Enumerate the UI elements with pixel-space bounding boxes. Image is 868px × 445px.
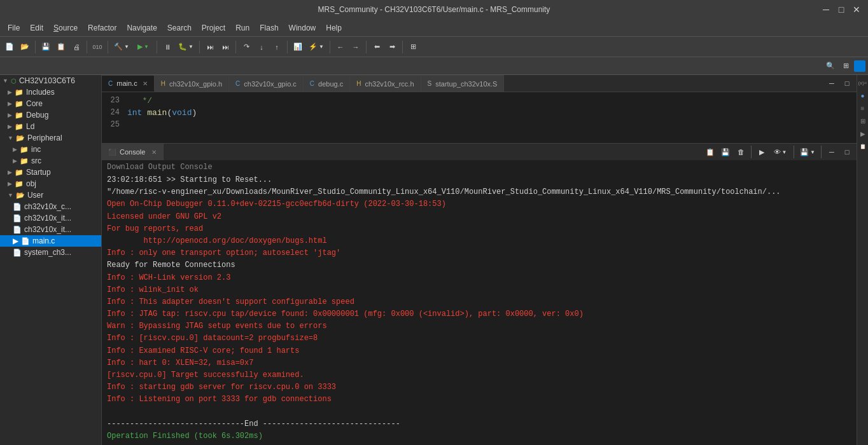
tab-debug-c-label: debug.c bbox=[318, 80, 343, 88]
console-save[interactable]: 💾 bbox=[718, 145, 732, 159]
open-button[interactable]: 📂 bbox=[18, 40, 32, 54]
main-layout: ▼ ⬡ CH32V103C6T6 ▶ 📁 Includes ▶ 📁 Core ▶… bbox=[0, 75, 868, 445]
debug-button[interactable]: 🐛▼ bbox=[176, 40, 196, 54]
print-button[interactable]: 🖨 bbox=[69, 40, 83, 54]
console-line-15: Info : Examined RISC-V core; found 1 har… bbox=[107, 345, 851, 357]
tree-item-src[interactable]: ▶ 📁 src bbox=[0, 155, 101, 167]
layout-toggle[interactable] bbox=[854, 60, 865, 72]
step-over[interactable]: ↷ bbox=[239, 40, 253, 54]
search-icon[interactable]: 🔍 bbox=[823, 59, 837, 73]
skip2-button[interactable]: ⏭ bbox=[218, 40, 232, 54]
mem-button[interactable]: 📊 bbox=[291, 40, 305, 54]
menu-search[interactable]: Search bbox=[162, 21, 197, 35]
tab-debug-c[interactable]: C debug.c bbox=[304, 75, 350, 92]
menu-edit[interactable]: Edit bbox=[25, 21, 48, 35]
menu-navigate[interactable]: Navigate bbox=[122, 21, 162, 35]
tree-item-ld[interactable]: ▶ 📁 Ld bbox=[0, 121, 101, 132]
code-editor[interactable]: 23 */ 24 int main(void) 25 bbox=[102, 92, 857, 143]
rs-btn-vars[interactable]: (x)= bbox=[858, 78, 868, 88]
console-clear[interactable]: 🗑 bbox=[734, 145, 748, 159]
toolbar2: 🔍 ⊞ bbox=[0, 57, 868, 75]
rs-btn-clipboard[interactable]: 📋 bbox=[858, 141, 868, 151]
title-bar-controls: ─ □ ✕ bbox=[821, 4, 862, 15]
tab-main-c-close[interactable]: ✕ bbox=[143, 80, 148, 87]
tree-item-system[interactable]: 📄 system_ch3... bbox=[0, 247, 101, 258]
menu-project[interactable]: Project bbox=[197, 21, 230, 35]
build-dropdown[interactable]: 🔨▼ bbox=[111, 40, 132, 54]
arrow-fwd[interactable]: ➡ bbox=[385, 40, 399, 54]
rs-btn-run2[interactable]: ▶ bbox=[858, 128, 868, 139]
close-button[interactable]: ✕ bbox=[851, 4, 862, 15]
window-title: MRS_Community - CH32V103C6T6/User/main.c… bbox=[318, 5, 550, 14]
menu-file[interactable]: File bbox=[3, 21, 25, 35]
tab-rcc-h[interactable]: H ch32v10x_rcc.h bbox=[350, 75, 421, 92]
inc-label: inc bbox=[31, 145, 41, 154]
save-button[interactable]: 💾 bbox=[39, 40, 53, 54]
fwd-button[interactable]: → bbox=[349, 40, 363, 54]
tree-item-peripheral[interactable]: ▼ 📂 Peripheral bbox=[0, 132, 101, 144]
tree-item-includes[interactable]: ▶ 📁 Includes bbox=[0, 86, 101, 98]
tree-item-main[interactable]: ▶ 📄 main.c bbox=[0, 235, 101, 247]
tree-item-ch32v10x-it2[interactable]: 📄 ch32v10x_it... bbox=[0, 224, 101, 235]
minimize-button[interactable]: ─ bbox=[821, 4, 831, 15]
pause-button[interactable]: ⏸ bbox=[160, 40, 174, 54]
console-tab-console[interactable]: ⬛ Console ✕ bbox=[102, 144, 164, 160]
tree-item-startup[interactable]: ▶ 📁 Startup bbox=[0, 167, 101, 178]
menu-run[interactable]: Run bbox=[230, 21, 255, 35]
ch32v10x-it2-label: ch32v10x_it... bbox=[24, 225, 71, 234]
menu-help[interactable]: Help bbox=[321, 21, 347, 35]
tree-item-inc[interactable]: ▶ 📁 inc bbox=[0, 144, 101, 155]
tab-gpio-h[interactable]: H ch32v10x_gpio.h bbox=[155, 75, 229, 92]
view-btn[interactable]: ⊞ bbox=[839, 59, 853, 73]
menu-flash[interactable]: Flash bbox=[255, 21, 283, 35]
console-copy[interactable]: 📋 bbox=[703, 145, 717, 159]
console-save2[interactable]: 💾▼ bbox=[797, 145, 818, 159]
step-into[interactable]: ↓ bbox=[255, 40, 269, 54]
console-line-6: http://openocd.org/doc/doxygen/bugs.html bbox=[107, 235, 851, 247]
skip-button[interactable]: ⏭ bbox=[203, 40, 217, 54]
file-icon-main: 📄 bbox=[21, 237, 30, 245]
tree-item-core[interactable]: ▶ 📁 Core bbox=[0, 98, 101, 109]
new-button[interactable]: 📄 bbox=[3, 40, 17, 54]
back-button[interactable]: ← bbox=[333, 40, 347, 54]
save-all-button[interactable]: 📋 bbox=[54, 40, 68, 54]
menu-source[interactable]: Source bbox=[48, 21, 83, 35]
toolbar: 📄 📂 💾 📋 🖨 010 🔨▼ ▶▼ ⏸ 🐛▼ ⏭ ⏭ ↷ ↓ ↑ 📊 ⚡▼ … bbox=[0, 37, 868, 57]
editor-maximize[interactable]: □ bbox=[840, 76, 854, 90]
console-minimize[interactable]: ─ bbox=[825, 145, 839, 159]
tree-item-ch32v10x-c[interactable]: 📄 ch32v10x_c... bbox=[0, 201, 101, 212]
file-icon-3: 📄 bbox=[13, 226, 22, 234]
tab-main-c[interactable]: C main.c ✕ bbox=[102, 75, 155, 92]
editor-minimize[interactable]: ─ bbox=[825, 76, 839, 90]
peripheral-label: Peripheral bbox=[27, 134, 62, 142]
console-tab-close[interactable]: ✕ bbox=[151, 149, 157, 156]
console-content[interactable]: Download Output Console 23:02:18:651 >> … bbox=[102, 160, 857, 445]
rs-btn-list[interactable]: ≡ bbox=[858, 103, 868, 113]
tab-gpio-c[interactable]: C ch32v10x_gpio.c bbox=[229, 75, 304, 92]
flash-button[interactable]: ⚡▼ bbox=[306, 40, 326, 54]
console-view[interactable]: 👁▼ bbox=[770, 145, 790, 159]
ch32v10x-it1-label: ch32v10x_it... bbox=[24, 214, 71, 222]
tab-startup[interactable]: S startup_ch32v10x.S bbox=[421, 75, 505, 92]
layout-button[interactable]: ⊞ bbox=[406, 40, 420, 54]
console-toolbar-buttons: 📋 💾 🗑 ▶ 👁▼ 💾▼ ─ □ bbox=[701, 145, 857, 159]
arrow-back[interactable]: ⬅ bbox=[370, 40, 384, 54]
user-folder-icon: 📂 bbox=[16, 191, 25, 200]
includes-folder-icon: 📁 bbox=[15, 88, 24, 97]
console-run[interactable]: ▶ bbox=[755, 145, 769, 159]
tree-item-obj[interactable]: ▶ 📁 obj bbox=[0, 178, 101, 189]
tree-item-debug[interactable]: ▶ 📁 Debug bbox=[0, 109, 101, 121]
hex-button[interactable]: 010 bbox=[90, 40, 104, 54]
run-button[interactable]: ▶▼ bbox=[133, 40, 153, 54]
includes-arrow: ▶ bbox=[8, 89, 12, 95]
console-maximize[interactable]: □ bbox=[840, 145, 854, 159]
step-out[interactable]: ↑ bbox=[270, 40, 284, 54]
tree-item-ch32v10x-it1[interactable]: 📄 ch32v10x_it... bbox=[0, 212, 101, 224]
rs-btn-grid[interactable]: ⊞ bbox=[858, 116, 868, 126]
maximize-button[interactable]: □ bbox=[836, 4, 846, 15]
tree-root[interactable]: ▼ ⬡ CH32V103C6T6 bbox=[0, 75, 101, 86]
tree-item-user[interactable]: ▼ 📂 User bbox=[0, 189, 101, 201]
menu-window[interactable]: Window bbox=[284, 21, 321, 35]
rs-btn-breakpoint[interactable]: ● bbox=[858, 90, 868, 100]
menu-refactor[interactable]: Refactor bbox=[83, 21, 122, 35]
